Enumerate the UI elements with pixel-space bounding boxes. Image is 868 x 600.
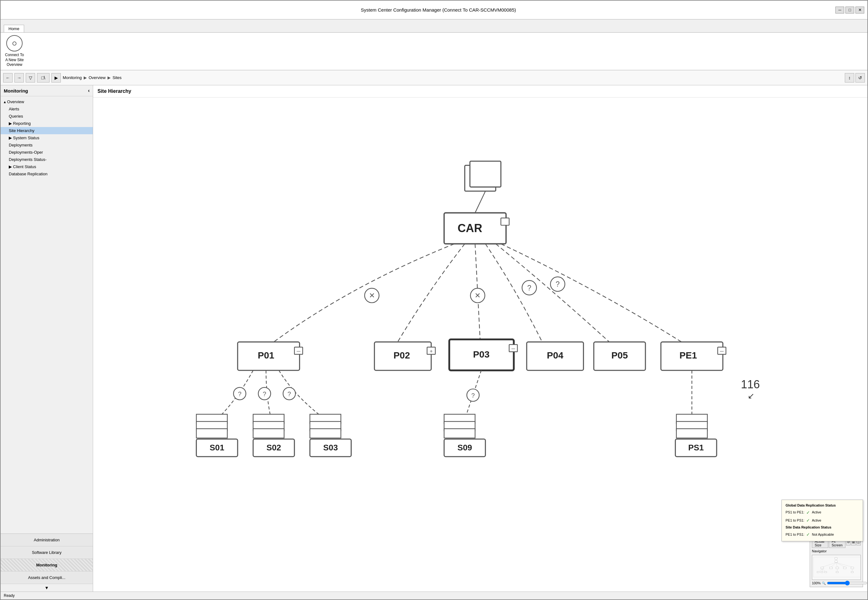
sidebar-item-deployments[interactable]: Deployments — [1, 141, 93, 148]
svg-rect-90 — [821, 571, 823, 573]
breadcrumb-monitoring[interactable]: Monitoring — [63, 75, 82, 80]
sidebar-scroll-down[interactable]: ▼ — [1, 584, 93, 591]
sidebar-header: Monitoring ‹ — [1, 85, 93, 96]
svg-text:?: ? — [238, 391, 241, 397]
nav-expand-button[interactable]: ▶ — [51, 73, 61, 82]
status-bar: Ready — [1, 591, 867, 599]
svg-text:?: ? — [471, 392, 475, 399]
navigator-box[interactable] — [812, 555, 861, 580]
main-panel: Site Hierarchy CAR — [93, 85, 867, 591]
svg-text:S02: S02 — [266, 443, 281, 452]
window-controls: ─ □ ✕ — [835, 7, 864, 14]
replication-status-1: Active — [812, 518, 821, 524]
nav-btn-assets[interactable]: Assets and Compli... — [1, 571, 93, 584]
forward-button[interactable]: → — [14, 73, 24, 82]
svg-rect-4 — [501, 218, 509, 225]
svg-text:─: ─ — [511, 345, 515, 351]
status-text: Ready — [4, 593, 15, 598]
svg-rect-89 — [817, 571, 819, 573]
sidebar-item-reporting[interactable]: ▶ Reporting — [1, 120, 93, 127]
svg-rect-81 — [821, 567, 824, 569]
nav-btn-software-library[interactable]: Software Library — [1, 546, 93, 559]
connect-icon[interactable]: ○ — [6, 35, 23, 52]
sidebar-item-deployments-status[interactable]: Deployments Status- — [1, 156, 93, 163]
navigator-svg — [812, 555, 861, 579]
zoom-row: 100% 🔍 🔍 — [812, 581, 861, 585]
breadcrumb-sites[interactable]: Sites — [112, 75, 122, 80]
zoom-value: 100% — [812, 581, 821, 585]
sidebar-item-site-hierarchy[interactable]: Site Hierarchy — [1, 127, 93, 134]
svg-rect-69 — [676, 429, 708, 438]
svg-rect-95 — [851, 571, 853, 573]
svg-text:P03: P03 — [473, 349, 490, 359]
back-button[interactable]: ← — [3, 73, 12, 82]
window-title: System Center Configuration Manager (Con… — [41, 7, 835, 12]
svg-rect-74 — [835, 561, 838, 563]
maximize-button[interactable]: □ — [845, 7, 854, 14]
replication-label-1: PE1 to PS1: — [786, 518, 804, 524]
minimize-button[interactable]: ─ — [835, 7, 844, 14]
tab-home[interactable]: Home — [4, 25, 24, 32]
zoom-slider[interactable] — [827, 581, 867, 585]
sidebar-item-overview[interactable]: ▴ Overview — [1, 98, 93, 105]
svg-text:?: ? — [527, 284, 531, 292]
ribbon: ○ Connect To A New Site Overview — [1, 33, 867, 70]
main-window: System Center Configuration Manager (Con… — [0, 0, 868, 600]
ribbon-label: Connect To A New Site Overview — [5, 53, 24, 67]
svg-rect-93 — [836, 571, 838, 573]
sidebar-nav-buttons: Administration Software Library Monitori… — [1, 533, 93, 591]
close-button[interactable]: ✕ — [856, 7, 864, 14]
hierarchy-svg: CAR — [93, 97, 867, 591]
svg-rect-85 — [851, 567, 854, 569]
replication-row-0: PS1 to PE1: ✓ Active — [786, 509, 859, 517]
panel-title: Site Hierarchy — [93, 85, 867, 97]
title-bar: System Center Configuration Manager (Con… — [1, 1, 867, 20]
nav-btn-monitoring[interactable]: Monitoring — [1, 559, 93, 571]
sidebar-item-system-status[interactable]: ▶ System Status — [1, 134, 93, 141]
svg-text:✕: ✕ — [475, 291, 481, 300]
site-replication-label-0: PE1 to PS1: — [786, 532, 804, 538]
svg-text:?: ? — [263, 391, 266, 397]
svg-text:PS1: PS1 — [688, 443, 704, 452]
svg-text:S09: S09 — [457, 443, 472, 452]
svg-text:─: ─ — [296, 348, 301, 354]
svg-rect-49 — [196, 429, 227, 438]
sort-button[interactable]: ↕ — [845, 73, 854, 82]
navigator-title: Navigator — [812, 549, 861, 553]
replication-status-0: Active — [812, 509, 821, 516]
sidebar-item-queries[interactable]: Queries — [1, 113, 93, 120]
replication-row-1: PE1 to PS1: ✓ Active — [786, 517, 859, 524]
svg-text:?: ? — [556, 280, 560, 288]
ribbon-line1: Connect To — [5, 53, 24, 58]
sidebar-collapse-button[interactable]: ‹ — [88, 88, 90, 94]
sidebar-item-alerts[interactable]: Alerts — [1, 105, 93, 113]
check-icon-site-0: ✓ — [806, 531, 810, 538]
sidebar-item-client-status[interactable]: ▶ Client Status — [1, 163, 93, 170]
site-replication-row-0: PE1 to PS1: ✓ Not Applicable — [786, 531, 859, 538]
sidebar-item-deployments-oper[interactable]: Deployments-Oper — [1, 148, 93, 156]
nav-btn-administration[interactable]: Administration — [1, 534, 93, 546]
svg-rect-64 — [444, 429, 475, 438]
svg-text:S03: S03 — [323, 443, 338, 452]
svg-text:S01: S01 — [210, 443, 224, 452]
sidebar-item-database-replication[interactable]: Database Replication — [1, 170, 93, 177]
tab-bar: Home — [1, 20, 867, 33]
breadcrumb-arrow-1: ▶ — [84, 75, 87, 80]
svg-text:─: ─ — [720, 348, 724, 354]
breadcrumb-overview[interactable]: Overview — [89, 75, 106, 80]
ribbon-content: ○ Connect To A New Site Overview — [5, 35, 24, 67]
svg-text:?: ? — [287, 391, 291, 397]
dropdown-button[interactable]: ▽ — [26, 73, 35, 82]
refresh-button[interactable]: ↺ — [856, 73, 865, 82]
zoom-minus-icon: 🔍 — [822, 582, 826, 585]
nav-bar: ← → ▽ □\ ▶ Monitoring ▶ Overview ▶ Sites… — [1, 70, 867, 85]
view-button[interactable]: □\ — [37, 73, 50, 82]
ribbon-line3: Overview — [5, 62, 24, 67]
global-replication-title: Global Data Replication Status — [786, 503, 859, 509]
diagram-area[interactable]: CAR — [93, 97, 867, 591]
svg-text:+: + — [430, 348, 433, 354]
svg-text:CAR: CAR — [458, 222, 482, 235]
svg-rect-54 — [253, 429, 284, 438]
breadcrumb-arrow-2: ▶ — [107, 75, 110, 80]
svg-text:✕: ✕ — [369, 291, 375, 300]
